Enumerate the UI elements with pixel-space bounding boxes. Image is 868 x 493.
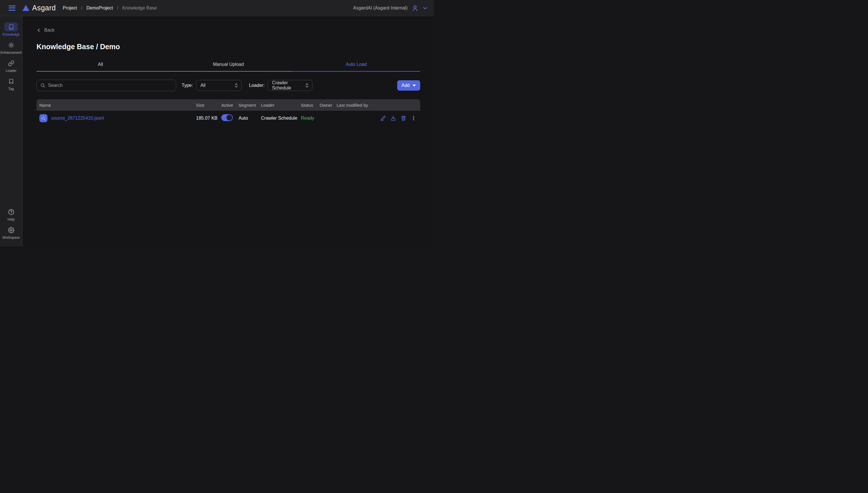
edit-icon[interactable] (380, 115, 386, 121)
loader-filter-label: Loader: (249, 83, 265, 88)
breadcrumb-project[interactable]: Project (63, 5, 77, 10)
col-header-loader: Loader (259, 103, 299, 108)
link-icon (4, 59, 18, 68)
breadcrumb-knowledge-base: Knowledge Base (122, 5, 157, 10)
filter-row: Type: All Loader: Crawler Schedule (37, 80, 420, 91)
sidebar-item-label: Tag (8, 87, 14, 91)
sidebar-item-workspace[interactable]: Workspace (0, 226, 22, 240)
brand-title: Asgard (32, 4, 56, 12)
type-select[interactable]: All (196, 80, 242, 91)
tab-all[interactable]: All (37, 60, 164, 72)
add-button[interactable]: Add (397, 80, 420, 91)
account-label: AsgardAI (Asgard Internal) (353, 5, 408, 10)
sidebar-item-label: Workspace (3, 236, 20, 240)
sidebar-item-knowledge[interactable]: Knowledge (0, 22, 22, 37)
file-name-link[interactable]: source_2671225410.jsonl (51, 115, 104, 121)
page-title: Knowledge Base / Demo (37, 43, 420, 51)
loader-value: Crawler Schedule (259, 115, 299, 121)
tab-auto-load[interactable]: Auto Load (292, 60, 420, 72)
caret-down-icon (412, 85, 416, 87)
table-row: source_2671225410.jsonl 185.07 KB Auto C… (37, 111, 420, 126)
active-toggle[interactable] (221, 114, 233, 121)
sidebar-item-label: Knowledge (3, 33, 20, 37)
tab-manual-upload[interactable]: Manual Upload (164, 60, 292, 72)
sidebar-item-tag[interactable]: Tag (0, 77, 22, 91)
col-header-name: Name (37, 103, 192, 108)
file-type-icon (39, 114, 47, 122)
type-filter-label: Type: (182, 83, 193, 88)
help-circle-icon (4, 207, 18, 216)
search-input[interactable] (48, 83, 173, 88)
sidebar-item-label: Enhancement (0, 51, 22, 55)
sidebar-item-loader[interactable]: Loader (0, 59, 22, 73)
chevron-down-icon[interactable] (422, 5, 428, 10)
col-header-status: Status (299, 103, 318, 108)
bookmark-icon (4, 77, 18, 86)
col-header-segment: Segment (237, 103, 259, 108)
col-header-size: Size (192, 103, 218, 108)
search-box (37, 80, 176, 91)
gear-icon (4, 226, 18, 234)
table-header-row: Name Size Active Segment Loader Status O… (37, 99, 420, 111)
breadcrumb-separator: / (81, 5, 82, 10)
add-button-label: Add (402, 83, 410, 88)
main-content: Back Knowledge Base / Demo All Manual Up… (22, 16, 434, 246)
sidebar: Knowledge Enhancement Loade (0, 16, 22, 246)
col-header-owner: Owner (318, 103, 335, 108)
download-icon[interactable] (390, 115, 396, 121)
sidebar-item-label: Help (7, 217, 15, 221)
chevron-left-icon (37, 28, 41, 33)
menu-icon[interactable] (8, 5, 16, 10)
asgard-logo-icon (22, 5, 29, 11)
updown-chevrons-icon (234, 83, 238, 88)
sidebar-item-label: Loader (6, 69, 16, 73)
more-options-icon[interactable] (411, 115, 416, 121)
row-actions (380, 115, 420, 121)
type-select-value: All (200, 83, 206, 88)
sidebar-item-help[interactable]: Help (0, 207, 22, 221)
loader-select-value: Crawler Schedule (272, 80, 305, 91)
segment-value: Auto (237, 115, 259, 121)
tab-bar: All Manual Upload Auto Load (37, 60, 420, 72)
breadcrumb: Project / DemoProject / Knowledge Base (63, 5, 157, 10)
back-label: Back (44, 28, 54, 33)
breadcrumb-demoproject[interactable]: DemoProject (86, 5, 113, 10)
back-button[interactable]: Back (37, 28, 54, 33)
updown-chevrons-icon (305, 83, 309, 88)
book-icon (4, 22, 18, 31)
loader-select[interactable]: Crawler Schedule (268, 80, 313, 91)
documents-table: Name Size Active Segment Loader Status O… (37, 99, 420, 126)
file-size: 185.07 KB (192, 115, 218, 121)
col-header-active: Active (218, 103, 237, 108)
breadcrumb-separator: / (117, 5, 118, 10)
status-badge: Ready (299, 115, 318, 121)
search-icon (40, 83, 45, 88)
delete-icon[interactable] (401, 115, 406, 121)
user-icon[interactable] (412, 5, 418, 12)
sidebar-item-enhancement[interactable]: Enhancement (0, 41, 22, 55)
topbar: Asgard Project / DemoProject / Knowledge… (0, 0, 434, 16)
col-header-last-modified-by: Last modified by (335, 103, 380, 108)
sun-icon (4, 41, 18, 49)
